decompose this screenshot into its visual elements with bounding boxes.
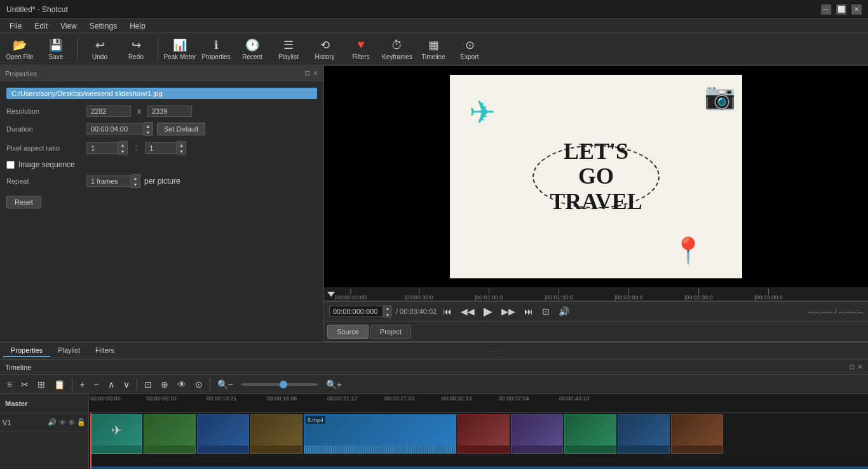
clip-4[interactable] bbox=[250, 414, 302, 454]
repeat-input[interactable] bbox=[86, 175, 131, 187]
time-display-right: --:--:--:-- / --:--:--:-- bbox=[808, 308, 863, 315]
tl-down-button[interactable]: ∨ bbox=[120, 378, 133, 391]
open-file-button[interactable]: 📂 Open File bbox=[3, 35, 36, 64]
minimize-button[interactable]: — bbox=[821, 4, 831, 15]
duration-spinner-buttons: ▲ ▼ bbox=[144, 122, 153, 136]
menu-help[interactable]: Help bbox=[123, 20, 152, 32]
tl-zoom-thumb[interactable] bbox=[280, 381, 287, 388]
time-up[interactable]: ▲ bbox=[383, 305, 392, 311]
source-tab[interactable]: Source bbox=[327, 325, 369, 339]
tl-paste-button[interactable]: 📋 bbox=[51, 378, 68, 391]
repeat-spinner[interactable]: ▲ ▼ bbox=[86, 174, 140, 188]
current-time-spinner[interactable]: ▲ ▼ bbox=[329, 305, 392, 318]
timeline-close-button[interactable]: ✕ bbox=[857, 363, 863, 371]
duration-input[interactable] bbox=[86, 123, 144, 135]
properties-float-button[interactable]: ⊡ bbox=[304, 69, 310, 78]
recent-icon: 🕐 bbox=[245, 38, 259, 52]
export-button[interactable]: ⊙ Export bbox=[453, 35, 486, 64]
repeat-label: Repeat bbox=[6, 177, 83, 185]
time-down[interactable]: ▼ bbox=[383, 311, 392, 318]
track-lock-button[interactable]: 🔓 bbox=[77, 418, 86, 426]
maximize-button[interactable]: ⬜ bbox=[836, 4, 846, 15]
tl-cut-button[interactable]: ✂ bbox=[18, 378, 32, 391]
tl-zoom-out-button[interactable]: 🔍− bbox=[214, 378, 236, 391]
track-layers-button[interactable]: ⊕ bbox=[69, 418, 74, 426]
clip-9[interactable] bbox=[618, 414, 670, 454]
tab-properties[interactable]: Properties bbox=[3, 344, 50, 357]
source-project-tabs: Source Project bbox=[324, 322, 868, 342]
clip-1[interactable]: ✈ bbox=[90, 414, 142, 454]
clip-8[interactable] bbox=[564, 414, 616, 454]
current-time-input[interactable] bbox=[329, 306, 383, 317]
set-default-button[interactable]: Set Default bbox=[157, 123, 205, 135]
peak-meter-button[interactable]: 📊 Peak Meter bbox=[163, 35, 196, 64]
repeat-up[interactable]: ▲ bbox=[131, 175, 140, 181]
filters-button[interactable]: 🔻 Filters bbox=[344, 35, 377, 64]
clip-6[interactable] bbox=[458, 414, 510, 454]
properties-panel-header: Properties ⊡ ✕ bbox=[0, 66, 323, 81]
project-tab[interactable]: Project bbox=[370, 325, 411, 339]
properties-button[interactable]: ℹ Properties bbox=[200, 35, 233, 64]
tl-grid-button[interactable]: ⊡ bbox=[141, 378, 155, 391]
menu-edit[interactable]: Edit bbox=[28, 20, 54, 32]
track-eye-button[interactable]: 👁 bbox=[59, 418, 66, 426]
pixel-aspect-1-up[interactable]: ▲ bbox=[118, 142, 127, 148]
pixel-aspect-2-down[interactable]: ▼ bbox=[177, 148, 186, 154]
panel-grab-handle[interactable]: ······ bbox=[122, 348, 865, 355]
clip-5-video[interactable]: 6.mp4 bbox=[304, 414, 456, 454]
recent-button[interactable]: 🕐 Recent bbox=[236, 35, 269, 64]
properties-close-button[interactable]: ✕ bbox=[313, 69, 318, 78]
tab-filters[interactable]: Filters bbox=[88, 344, 122, 357]
tab-playlist[interactable]: Playlist bbox=[50, 344, 88, 357]
clip-7[interactable] bbox=[511, 414, 563, 454]
tl-ripple-button[interactable]: ⊕ bbox=[158, 378, 172, 391]
clip-10[interactable] bbox=[671, 414, 723, 454]
close-button[interactable]: ✕ bbox=[851, 4, 862, 15]
tl-up-button[interactable]: ∧ bbox=[105, 378, 118, 391]
travel-plane-icon: ✈ bbox=[469, 94, 496, 131]
duration-spinner[interactable]: ▲ ▼ bbox=[86, 122, 153, 136]
pixel-aspect-2-up[interactable]: ▲ bbox=[177, 142, 186, 148]
reset-button[interactable]: Reset bbox=[6, 196, 41, 208]
pixel-aspect-2-input[interactable] bbox=[145, 142, 177, 154]
timeline-button[interactable]: ▦ Timeline bbox=[417, 35, 450, 64]
tl-add-button[interactable]: + bbox=[76, 378, 88, 391]
toggle-zoom-button[interactable]: ⊡ bbox=[539, 305, 552, 318]
go-to-start-button[interactable]: ⏮ bbox=[440, 305, 454, 318]
fast-forward-button[interactable]: ▶▶ bbox=[499, 305, 518, 318]
clip-3[interactable] bbox=[197, 414, 249, 454]
keyframes-button[interactable]: ⏱ Keyframes bbox=[381, 35, 414, 64]
save-button[interactable]: 💾 Save bbox=[39, 35, 72, 64]
menu-settings[interactable]: Settings bbox=[83, 20, 123, 32]
pixel-aspect-2-spinner[interactable]: ▲ ▼ bbox=[145, 141, 186, 155]
timeline-float-button[interactable]: ⊡ bbox=[849, 363, 855, 371]
playlist-button[interactable]: ☰ Playlist bbox=[272, 35, 305, 64]
tl-menu-button[interactable]: ≡ bbox=[4, 378, 15, 391]
duration-down-button[interactable]: ▼ bbox=[144, 129, 153, 135]
menu-file[interactable]: File bbox=[3, 20, 28, 32]
rewind-button[interactable]: ◀◀ bbox=[458, 305, 477, 318]
redo-button[interactable]: ↪ Redo bbox=[119, 35, 153, 64]
go-to-end-button[interactable]: ⏭ bbox=[522, 305, 536, 318]
clip-2[interactable] bbox=[144, 414, 196, 454]
tl-zoom-slider[interactable] bbox=[241, 383, 318, 386]
repeat-down[interactable]: ▼ bbox=[131, 181, 140, 187]
tl-record-button[interactable]: ⊙ bbox=[192, 378, 206, 391]
duration-up-button[interactable]: ▲ bbox=[144, 123, 153, 129]
pixel-aspect-1-input[interactable] bbox=[86, 142, 118, 154]
tl-zoom-in-button[interactable]: 🔍+ bbox=[323, 378, 345, 391]
play-button[interactable]: ▶ bbox=[481, 303, 495, 320]
history-button[interactable]: ⟲ History bbox=[308, 35, 341, 64]
pixel-aspect-1-down[interactable]: ▼ bbox=[118, 148, 127, 154]
undo-button[interactable]: ↩ Undo bbox=[83, 35, 116, 64]
tl-group-button[interactable]: ⊞ bbox=[34, 378, 48, 391]
pixel-aspect-1-spinner[interactable]: ▲ ▼ bbox=[86, 141, 128, 155]
tl-preview-button[interactable]: 👁 bbox=[174, 378, 189, 391]
tl-remove-button[interactable]: − bbox=[90, 378, 102, 391]
keyframes-icon: ⏱ bbox=[391, 39, 403, 52]
track-audio-button[interactable]: 🔊 bbox=[48, 418, 57, 426]
menu-view[interactable]: View bbox=[54, 20, 83, 32]
image-sequence-checkbox[interactable] bbox=[6, 161, 15, 169]
volume-button[interactable]: 🔊 bbox=[556, 305, 572, 318]
master-track-label: Master bbox=[0, 394, 88, 413]
